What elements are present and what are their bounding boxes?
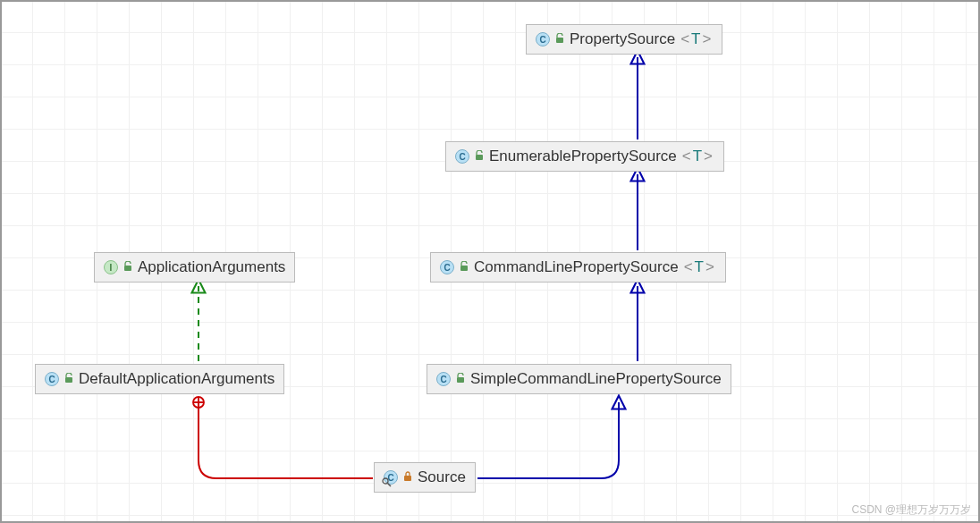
svg-line-14	[388, 484, 392, 487]
node-application-arguments[interactable]: I ApplicationArguments	[94, 252, 295, 283]
class-icon: C	[45, 372, 59, 386]
generic-param: <T>	[682, 148, 714, 165]
generic-param: <T>	[684, 258, 716, 276]
svg-rect-11	[457, 377, 464, 383]
lock-open-icon	[460, 259, 469, 275]
node-label: EnumerablePropertySource	[489, 148, 677, 165]
svg-rect-12	[65, 377, 72, 383]
node-label: ApplicationArguments	[138, 258, 285, 276]
generic-param: <T>	[680, 30, 713, 48]
svg-rect-15	[404, 476, 411, 481]
node-property-source[interactable]: C PropertySource <T>	[526, 24, 722, 55]
svg-rect-10	[124, 266, 131, 271]
watermark: CSDN @理想万岁万万岁	[851, 502, 971, 518]
lock-open-icon	[555, 31, 564, 47]
node-enumerable-property-source[interactable]: C EnumerablePropertySource <T>	[445, 141, 724, 172]
svg-rect-9	[460, 266, 468, 271]
node-label: PropertySource	[570, 30, 675, 48]
node-simple-command-line-property-source[interactable]: C SimpleCommandLinePropertySource	[427, 364, 731, 394]
node-label: CommandLinePropertySource	[474, 258, 679, 276]
class-icon: C	[536, 32, 550, 46]
class-icon: C	[440, 260, 454, 274]
lock-open-icon	[475, 148, 484, 164]
node-label: DefaultApplicationArguments	[79, 370, 275, 388]
lock-closed-icon	[403, 469, 412, 485]
class-icon: C	[436, 372, 451, 386]
svg-rect-7	[556, 38, 563, 43]
node-label: Source	[418, 468, 466, 486]
lock-open-icon	[456, 371, 465, 387]
lock-open-icon	[64, 371, 73, 387]
svg-rect-8	[476, 155, 483, 160]
node-default-application-arguments[interactable]: C DefaultApplicationArguments	[35, 364, 284, 394]
class-icon: C	[384, 470, 398, 485]
node-source[interactable]: C Source	[374, 462, 476, 493]
search-badge-icon	[381, 477, 392, 487]
interface-icon: I	[104, 260, 118, 274]
node-command-line-property-source[interactable]: C CommandLinePropertySource <T>	[430, 252, 726, 283]
lock-open-icon	[123, 259, 132, 275]
node-label: SimpleCommandLinePropertySource	[470, 370, 722, 388]
svg-point-13	[383, 478, 388, 484]
class-icon: C	[455, 149, 469, 164]
